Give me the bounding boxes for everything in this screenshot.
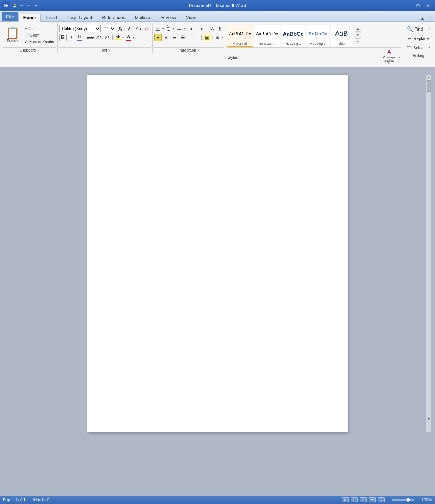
paste-dropdown-arrow[interactable]: ▾ xyxy=(17,40,18,43)
font-content: Calibri (Body) 11 A+ A- Aa A× B I xyxy=(59,23,151,47)
help-btn[interactable]: ? xyxy=(427,15,433,21)
editing-group: 🔍 Find ▾ ↔ Replace ⬚ Select ▾ Editing xyxy=(403,23,433,58)
tab-home[interactable]: Home xyxy=(18,14,41,22)
grow-font-button[interactable]: A+ xyxy=(117,25,125,32)
ribbon-collapse-btn[interactable]: ▲ xyxy=(419,15,426,21)
align-right-button[interactable]: ≡ xyxy=(171,34,178,41)
tab-file[interactable]: File xyxy=(2,12,18,21)
scroll-up-arrow[interactable]: ▲ xyxy=(426,75,431,80)
find-button[interactable]: 🔍 Find ▾ xyxy=(405,25,432,33)
change-styles-label: Change Styles xyxy=(383,56,395,63)
select-button[interactable]: ⬚ Select ▾ xyxy=(405,44,432,52)
change-styles-arrow: ▾ xyxy=(388,63,390,66)
format-painter-label: Format Painter xyxy=(29,40,54,44)
replace-button[interactable]: ↔ Replace xyxy=(405,34,432,43)
font-row-1: Calibri (Body) 11 A+ A- Aa A× xyxy=(59,25,151,32)
font-sep-2 xyxy=(112,35,113,40)
numbering-dropdown[interactable]: ▾ xyxy=(173,27,175,30)
scroll-thumb[interactable] xyxy=(427,80,431,92)
style-normal[interactable]: AaBbCcDc ¶ Normal xyxy=(227,25,253,47)
styles-scroll: ▲ ▼ ≡ xyxy=(355,26,361,44)
redo-quick-btn[interactable]: ↪ xyxy=(26,3,32,9)
increase-indent-button[interactable]: ⇥ xyxy=(197,25,204,32)
find-dropdown[interactable]: ▾ xyxy=(429,27,430,31)
vertical-scrollbar[interactable]: ▲ ▼ xyxy=(426,75,431,432)
numbering-button[interactable]: 1.≡ xyxy=(165,25,172,32)
restore-button[interactable]: ❐ xyxy=(413,2,423,9)
shading-dropdown[interactable]: ▾ xyxy=(211,36,213,39)
decrease-indent-button[interactable]: ⇤ xyxy=(188,25,196,32)
scroll-down-arrow[interactable]: ▼ xyxy=(426,417,431,421)
tab-insert[interactable]: Insert xyxy=(41,13,62,21)
highlight-dropdown-arrow[interactable]: ▾ xyxy=(123,36,124,39)
style-heading1[interactable]: AaBbCc Heading 1 xyxy=(281,25,305,47)
paragraph-expand-icon[interactable]: ↘ xyxy=(197,49,199,52)
bullets-button[interactable]: ☰ xyxy=(154,25,162,32)
font-color-button[interactable]: A xyxy=(125,34,132,41)
paste-button[interactable]: 📋 Paste ▾ xyxy=(3,23,22,47)
styles-scroll-down[interactable]: ▼ xyxy=(355,32,361,38)
editing-content: 🔍 Find ▾ ↔ Replace ⬚ Select ▾ xyxy=(405,23,432,52)
align-left-button[interactable]: ≡ xyxy=(154,34,162,41)
select-icon: ⬚ xyxy=(407,45,412,51)
styles-expand-icon[interactable]: ↘ xyxy=(398,56,401,59)
justify-button[interactable]: ☰ xyxy=(179,34,187,41)
align-center-button[interactable]: ≡ xyxy=(162,34,170,41)
tab-references[interactable]: References xyxy=(97,13,130,21)
show-marks-button[interactable]: ¶ xyxy=(216,25,224,32)
italic-button[interactable]: I xyxy=(67,34,75,41)
document-page[interactable] xyxy=(87,75,348,432)
text-highlight-button[interactable]: ab xyxy=(114,34,122,41)
strikethrough-button[interactable]: abc xyxy=(87,34,94,41)
style-no-spacing[interactable]: AaBbCcDc No Spaci... xyxy=(254,25,280,47)
font-name-select[interactable]: Calibri (Body) xyxy=(59,25,101,32)
select-dropdown[interactable]: ▾ xyxy=(429,46,430,49)
undo-quick-btn[interactable]: ↩ xyxy=(18,3,25,9)
para-sep-2 xyxy=(206,26,206,31)
save-quick-btn[interactable]: 💾 xyxy=(11,3,17,9)
sort-button[interactable]: ↕A xyxy=(208,25,215,32)
multilevel-dropdown[interactable]: ▾ xyxy=(184,27,185,30)
multilevel-button[interactable]: ≡≡ xyxy=(175,25,183,32)
tab-page-layout[interactable]: Page Layout xyxy=(62,13,97,21)
cut-button[interactable]: ✂ Cut xyxy=(23,26,56,32)
style-title[interactable]: AaB Title xyxy=(331,25,352,47)
styles-label-text: Styles xyxy=(228,55,238,60)
para-row-2: ≡ ≡ ≡ ☰ ↕ ▾ ▣ ▾ ⊞ ▾ xyxy=(154,34,224,41)
document-area: ▲ ▼ xyxy=(0,67,435,496)
para-sep-1 xyxy=(187,26,187,31)
clear-format-button[interactable]: A× xyxy=(143,25,151,32)
clipboard-expand-icon[interactable]: ↘ xyxy=(37,49,39,52)
shrink-font-button[interactable]: A- xyxy=(126,25,133,32)
style-heading2[interactable]: AaBbCc Heading 2 xyxy=(306,25,329,47)
bold-button[interactable]: B xyxy=(59,34,67,41)
close-button[interactable]: ✕ xyxy=(423,2,433,9)
tab-review[interactable]: Review xyxy=(156,13,181,21)
format-painter-button[interactable]: 🖌 Format Painter xyxy=(23,39,56,44)
subscript-button[interactable]: X2 xyxy=(95,34,103,41)
styles-more[interactable]: ≡ xyxy=(355,38,361,44)
change-styles-button[interactable]: A Change Styles ▾ xyxy=(381,48,397,66)
tab-mailings[interactable]: Mailings xyxy=(130,13,156,21)
customize-quick-btn[interactable]: ▾ xyxy=(33,3,39,9)
borders-button[interactable]: ⊞ xyxy=(214,34,221,41)
minimize-button[interactable]: — xyxy=(403,2,412,9)
copy-button[interactable]: 📄 Copy xyxy=(23,32,56,38)
font-size-select[interactable]: 11 xyxy=(102,25,116,32)
find-label: Find xyxy=(415,27,423,31)
shading-button[interactable]: ▣ xyxy=(203,34,211,41)
bullets-dropdown[interactable]: ▾ xyxy=(162,27,164,30)
underline-button[interactable]: U xyxy=(76,34,83,41)
line-spacing-button[interactable]: ↕ xyxy=(190,34,198,41)
clipboard-label-text: Clipboard xyxy=(20,48,36,52)
tab-view[interactable]: View xyxy=(181,13,201,21)
superscript-button[interactable]: X2 xyxy=(103,34,111,41)
change-case-button[interactable]: Aa xyxy=(135,25,142,32)
borders-dropdown[interactable]: ▾ xyxy=(222,36,224,39)
replace-icon: ↔ xyxy=(407,35,412,41)
font-expand-icon[interactable]: ↘ xyxy=(108,49,110,52)
linespacing-dropdown[interactable]: ▾ xyxy=(198,36,200,39)
font-sep-1 xyxy=(85,35,85,40)
fontcolor-dropdown-arrow[interactable]: ▾ xyxy=(133,36,135,39)
styles-scroll-up[interactable]: ▲ xyxy=(355,26,361,32)
